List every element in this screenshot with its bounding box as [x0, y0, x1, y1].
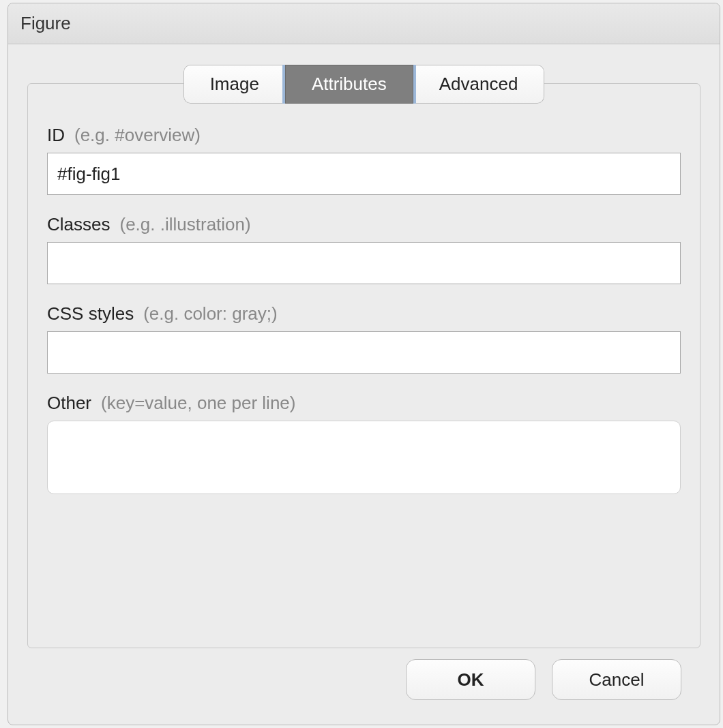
- css-label: CSS styles: [47, 303, 134, 324]
- tab-strip: Image Attributes Advanced: [27, 65, 700, 104]
- id-label: ID: [47, 125, 65, 146]
- field-id: ID (e.g. #overview): [47, 125, 681, 195]
- css-input[interactable]: [47, 331, 681, 374]
- classes-label-row: Classes (e.g. .illustration): [47, 214, 681, 235]
- dialog-title: Figure: [20, 13, 71, 34]
- field-other: Other (key=value, one per line): [47, 393, 681, 497]
- ok-button[interactable]: OK: [406, 659, 535, 700]
- css-hint: (e.g. color: gray;): [143, 303, 278, 324]
- dialog-button-row: OK Cancel: [27, 648, 700, 711]
- field-css: CSS styles (e.g. color: gray;): [47, 303, 681, 374]
- id-input[interactable]: [47, 153, 681, 195]
- other-textarea[interactable]: [47, 421, 681, 494]
- tab-advanced[interactable]: Advanced: [413, 65, 545, 104]
- tab-attributes[interactable]: Attributes: [285, 65, 413, 104]
- attributes-panel: ID (e.g. #overview) Classes (e.g. .illus…: [27, 83, 700, 648]
- cancel-button[interactable]: Cancel: [552, 659, 681, 700]
- classes-label: Classes: [47, 214, 110, 235]
- dialog-content: Image Attributes Advanced ID (e.g. #over…: [8, 44, 720, 725]
- field-classes: Classes (e.g. .illustration): [47, 214, 681, 284]
- other-label-row: Other (key=value, one per line): [47, 393, 681, 414]
- tab-group: Image Attributes Advanced: [183, 65, 545, 104]
- css-label-row: CSS styles (e.g. color: gray;): [47, 303, 681, 324]
- classes-hint: (e.g. .illustration): [119, 214, 250, 235]
- id-hint: (e.g. #overview): [74, 125, 201, 146]
- other-hint: (key=value, one per line): [101, 393, 295, 414]
- other-label: Other: [47, 393, 91, 414]
- tab-image[interactable]: Image: [183, 65, 285, 104]
- figure-dialog: Figure Image Attributes Advanced ID (e.g…: [8, 3, 720, 725]
- classes-input[interactable]: [47, 242, 681, 284]
- id-label-row: ID (e.g. #overview): [47, 125, 681, 146]
- dialog-titlebar: Figure: [8, 3, 720, 44]
